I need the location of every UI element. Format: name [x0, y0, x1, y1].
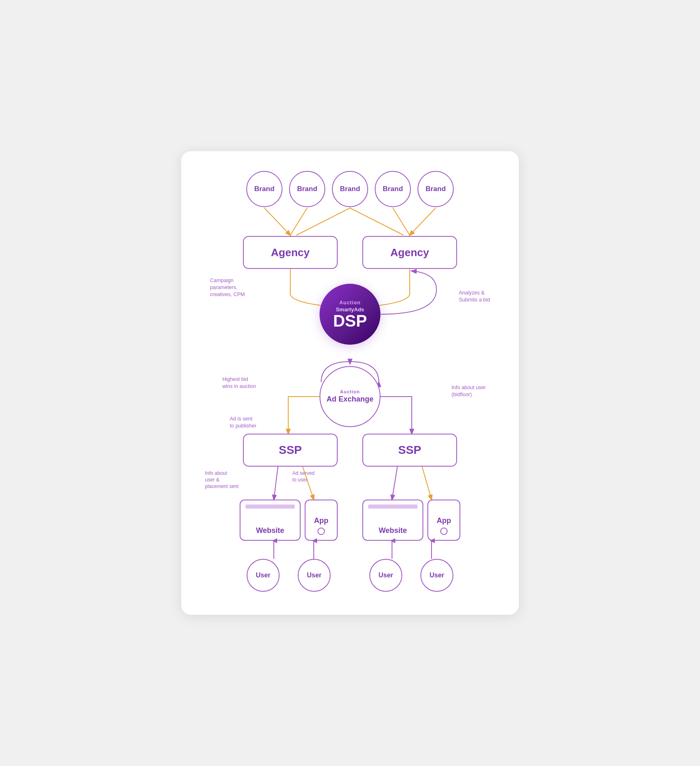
user-circle-2: User: [298, 559, 331, 592]
middle-section: Campaignparameters,creatives, CPM Analyz…: [198, 269, 502, 360]
users-gap: [338, 559, 362, 592]
brand-circle-2: Brand: [289, 171, 325, 207]
brand-circle-3: Brand: [332, 171, 368, 207]
agency-box-right: Agency: [362, 236, 457, 269]
dsp-circle: Auction SmartyAds DSP: [320, 284, 380, 345]
brand-agency-connectors: [198, 207, 502, 236]
dsp-main-label: DSP: [333, 313, 367, 329]
diagram-card: Brand Brand Brand Brand Brand: [181, 151, 519, 615]
app-home-btn-left: [317, 528, 325, 535]
dsp-auction-label: Auction: [339, 300, 361, 306]
brand-circle-1: Brand: [246, 171, 282, 207]
user-circle-1: User: [247, 559, 280, 592]
users-row: User User User User: [198, 559, 502, 592]
user-circle-3: User: [369, 559, 402, 592]
ssp-web-connectors: Info aboutuser &placement sent Ad served…: [198, 467, 502, 500]
website-topbar-left: [245, 504, 295, 509]
website-topbar-right: [368, 504, 418, 509]
adexchange-main-label: Ad Exchange: [327, 395, 373, 404]
ssp-box-right: SSP: [362, 434, 457, 467]
user-circle-4: User: [420, 559, 453, 592]
svg-line-8: [303, 467, 314, 500]
agency-box-left: Agency: [243, 236, 338, 269]
web-app-group-left: Website App: [240, 500, 338, 541]
svg-line-10: [422, 467, 432, 500]
svg-line-7: [274, 467, 278, 500]
adexchange-circle: Auction Ad Exchange: [320, 366, 380, 427]
brand-circle-5: Brand: [418, 171, 454, 207]
users-group-left: User User: [240, 559, 338, 592]
svg-line-9: [392, 467, 397, 500]
app-home-btn-right: [440, 528, 448, 535]
app-box-right: App: [427, 500, 460, 541]
website-label-right: Website: [379, 526, 407, 535]
web-user-connectors: [198, 541, 502, 559]
svg-line-0: [264, 208, 290, 235]
agencies-row: Agency Agency: [198, 236, 502, 269]
svg-line-5: [410, 208, 436, 235]
ssp-web-svg: [198, 467, 502, 500]
users-group-right: User User: [362, 559, 460, 592]
web-app-group-right: Website App: [362, 500, 460, 541]
website-box-left: Website: [240, 500, 301, 541]
brand-circle-4: Brand: [375, 171, 411, 207]
websites-apps-row: Website App Website App: [198, 500, 502, 541]
adexchange-auction-label: Auction: [340, 389, 360, 394]
app-label-right: App: [437, 516, 451, 525]
web-user-svg: [198, 541, 502, 559]
ssps-row: SSP SSP: [198, 434, 502, 467]
brands-row: Brand Brand Brand Brand Brand: [198, 171, 502, 207]
diagram-container: Brand Brand Brand Brand Brand: [198, 171, 502, 592]
app-label-left: App: [314, 516, 329, 525]
ssp-box-left: SSP: [243, 434, 338, 467]
website-box-right: Website: [362, 500, 423, 541]
website-label-left: Website: [256, 526, 285, 535]
app-box-left: App: [305, 500, 338, 541]
brand-agency-svg: [198, 207, 502, 236]
adexchange-section: Highest bidwins in auction Info about us…: [198, 360, 502, 434]
